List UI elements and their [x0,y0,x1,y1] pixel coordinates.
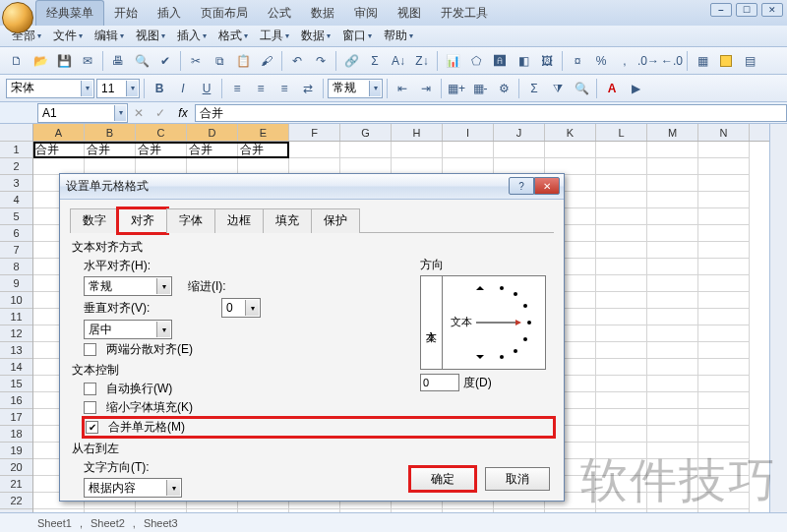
minimize-button[interactable]: ‒ [710,3,732,17]
row-header[interactable]: 18 [0,426,32,443]
row-header[interactable]: 19 [0,443,32,459]
cell[interactable] [647,292,698,309]
ribbon-tab-insert[interactable]: 插入 [148,1,191,26]
column-header[interactable]: M [647,124,698,141]
delete-rows-icon[interactable]: ▦- [469,78,491,99]
cell[interactable] [596,476,647,493]
increase-decimal-icon[interactable]: .0→ [637,50,659,72]
cell[interactable] [596,292,647,309]
row-header[interactable]: 17 [0,409,32,426]
cell[interactable] [596,225,647,242]
ok-button[interactable]: 确定 [410,467,475,491]
row-header[interactable]: 16 [0,392,32,409]
font-size-combo[interactable]: 11 ▾ [96,79,140,98]
tab-fill[interactable]: 填充 [263,208,312,233]
cell[interactable] [647,275,698,292]
chevron-down-icon[interactable]: ▾ [369,81,381,96]
cell[interactable] [647,426,698,443]
cell[interactable] [545,142,596,158]
paste-icon[interactable]: 📋 [232,50,254,72]
textbox-icon[interactable]: 🅰 [489,50,511,72]
column-header[interactable]: A [33,124,85,141]
cell[interactable] [596,309,647,325]
row-header[interactable]: 13 [0,342,32,359]
v-align-dropdown[interactable]: 居中▾ [84,320,172,339]
currency-icon[interactable]: ¤ [567,50,588,72]
italic-button[interactable]: I [172,78,194,99]
cell[interactable] [698,175,750,192]
row-header[interactable]: 22 [0,493,32,509]
align-center-icon[interactable]: ≡ [250,78,272,99]
cell[interactable] [647,242,698,259]
styles-icon[interactable]: ▤ [739,50,760,72]
cell[interactable] [596,275,647,292]
column-header[interactable]: I [443,124,494,141]
cell[interactable] [289,142,340,158]
cell[interactable] [596,426,647,443]
cell[interactable] [647,392,698,409]
borders-icon[interactable]: ▦ [692,50,713,72]
cell[interactable]: 合并 [136,142,187,158]
save-icon[interactable]: 💾 [53,50,75,72]
cell[interactable] [698,208,750,225]
column-header[interactable]: G [340,124,392,141]
cell[interactable] [647,342,698,359]
sort-asc-icon[interactable]: A↓ [388,50,409,72]
cell[interactable] [647,409,698,426]
row-header[interactable]: 12 [0,325,32,342]
cell[interactable] [596,259,647,275]
open-icon[interactable]: 📂 [30,50,51,72]
ribbon-tab-view[interactable]: 视图 [388,1,431,26]
cell[interactable] [647,175,698,192]
column-header[interactable]: B [85,124,136,141]
cell[interactable] [647,259,698,275]
menu-help[interactable]: 帮助▾ [378,26,419,46]
row-header[interactable]: 10 [0,292,32,309]
cell[interactable] [647,142,698,158]
picture-icon[interactable]: 🖼 [536,50,558,72]
fill-color-icon[interactable] [715,50,737,72]
cell[interactable] [340,142,392,158]
chevron-down-icon[interactable]: ▾ [81,81,92,96]
cancel-button[interactable]: 取消 [485,467,550,491]
cell[interactable] [698,275,750,292]
column-header[interactable]: J [494,124,545,141]
link-icon[interactable]: 🔗 [340,50,362,72]
column-header[interactable]: L [596,124,647,141]
cell[interactable] [596,142,647,158]
spell-icon[interactable]: ✔ [154,50,176,72]
tab-border[interactable]: 边框 [214,208,264,233]
chevron-down-icon[interactable]: ▾ [114,105,126,121]
font-color-icon[interactable]: A [601,78,623,99]
cell[interactable] [647,158,698,175]
formula-input[interactable]: 合并 [195,104,787,122]
enter-formula-icon[interactable]: ✓ [150,102,171,124]
cell[interactable] [698,292,750,309]
smartart-icon[interactable]: ◧ [513,50,534,72]
office-orb[interactable] [2,2,33,33]
wrap-text-checkbox[interactable] [84,383,96,395]
indent-increase-icon[interactable]: ⇥ [415,78,437,99]
cell[interactable] [647,208,698,225]
ribbon-tab-review[interactable]: 审阅 [344,1,388,26]
cell[interactable] [596,443,647,459]
cell[interactable] [494,142,545,158]
format-painter-icon[interactable]: 🖌 [256,50,277,72]
font-name-combo[interactable]: 宋体 ▾ [6,79,94,98]
ribbon-tab-layout[interactable]: 页面布局 [191,1,258,26]
cell[interactable] [698,476,750,493]
cell[interactable] [647,443,698,459]
cell[interactable] [647,225,698,242]
indent-spinner[interactable]: 0▾ [221,298,261,318]
comma-icon[interactable]: , [614,50,636,72]
print-icon[interactable]: 🖶 [107,50,129,72]
orientation-degree-spinner[interactable] [420,374,459,391]
dialog-title-bar[interactable]: 设置单元格格式 ? ✕ [60,174,564,200]
shrink-fit-checkbox[interactable] [84,401,96,414]
cut-icon[interactable]: ✂ [185,50,207,72]
cell[interactable] [698,225,750,242]
undo-icon[interactable]: ↶ [286,50,308,72]
cell[interactable] [698,192,750,208]
chart-icon[interactable]: 📊 [442,50,463,72]
cell[interactable] [596,409,647,426]
